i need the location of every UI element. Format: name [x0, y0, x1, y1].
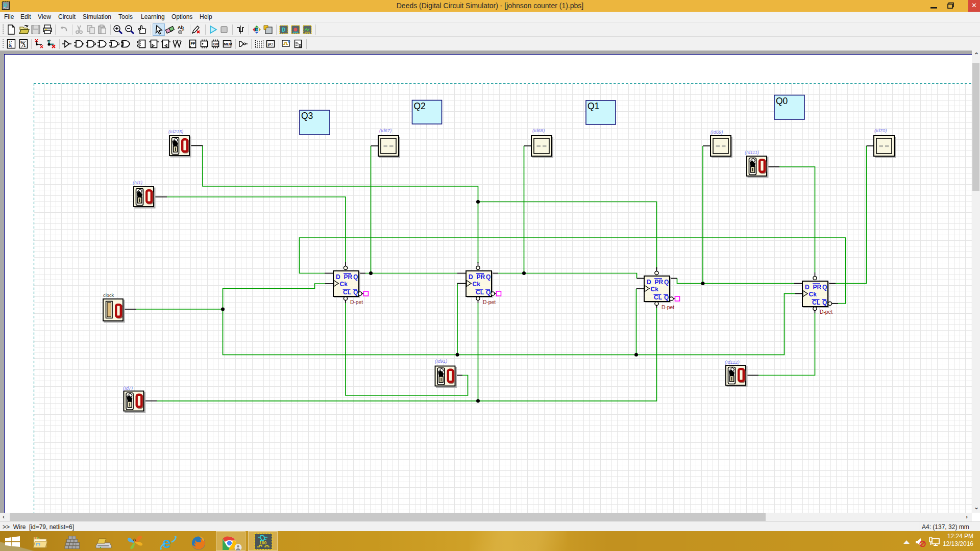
svg-text:clock: clock [103, 293, 114, 298]
svg-text:c: c [182, 28, 184, 32]
svg-text:D-pet: D-pet [820, 309, 832, 315]
svg-text:D-pet: D-pet [483, 299, 496, 305]
svg-text:µC: µC [268, 42, 274, 46]
svg-text:(Id91): (Id91) [435, 359, 447, 364]
svg-text:MEM: MEM [224, 42, 233, 46]
svg-text:Cnt: Cnt [213, 42, 219, 46]
svg-text:(Id69): (Id69) [710, 130, 723, 135]
svg-text:D-pet: D-pet [350, 299, 363, 305]
svg-text:Q0: Q0 [776, 96, 788, 106]
svg-text:D: D [4, 3, 7, 8]
svg-text:D-pet: D-pet [662, 305, 674, 310]
svg-text:0;: 0; [9, 43, 12, 48]
svg-text:Q1: Q1 [587, 101, 599, 111]
svg-text:D: D [282, 27, 285, 33]
svg-text:1: 1 [23, 43, 26, 48]
svg-text:Q3: Q3 [301, 111, 313, 121]
svg-text:e: e [162, 535, 171, 551]
svg-text:(Id70): (Id70) [874, 128, 887, 133]
svg-text:(Id215): (Id215) [168, 129, 183, 134]
svg-text:(Id68): (Id68) [532, 128, 545, 133]
svg-text:(Id1): (Id1) [133, 180, 142, 185]
svg-text:100: 100 [259, 540, 266, 545]
svg-text:Q2: Q2 [414, 101, 426, 111]
svg-text:(Id7): (Id7) [123, 386, 133, 391]
svg-text:(Id67): (Id67) [379, 128, 391, 133]
svg-text:(Id111): (Id111) [745, 150, 759, 155]
svg-text:FF: FF [191, 42, 195, 45]
svg-text:(Id112): (Id112) [725, 360, 740, 365]
